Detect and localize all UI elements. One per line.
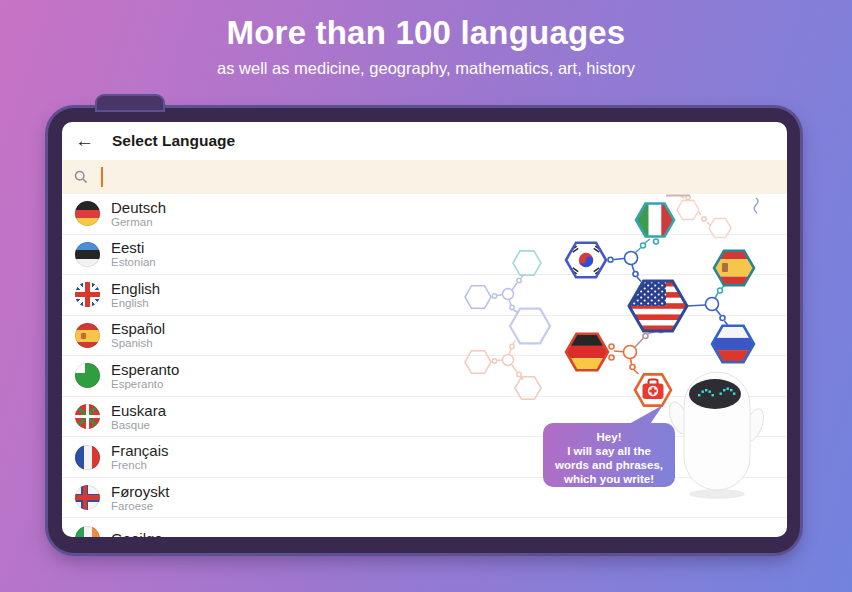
hero-banner: More than 100 languages as well as medic… [0, 14, 852, 78]
page-title: Select Language [112, 132, 235, 150]
language-list-item[interactable]: FøroysktFaroese [62, 478, 787, 519]
speech-line: Hey! [543, 430, 675, 444]
language-subtitle: Faroese [111, 500, 169, 513]
search-input[interactable] [62, 160, 787, 194]
speech-line: I will say all the [543, 444, 675, 458]
app-screen: ← Select Language DeutschGerman EestiEst… [62, 122, 787, 537]
speech-line: words and phrases, [543, 458, 675, 472]
language-name: Føroyskt [111, 483, 169, 500]
language-name: Euskara [111, 402, 166, 419]
language-name: Español [111, 320, 165, 337]
language-subtitle: Esperanto [111, 378, 179, 391]
language-list-item[interactable]: EsperantoEsperanto [62, 356, 787, 397]
tablet-mockup: ← Select Language DeutschGerman EestiEst… [48, 108, 800, 553]
search-icon [74, 170, 88, 184]
language-list-item[interactable]: EuskaraBasque [62, 397, 787, 438]
back-arrow-icon[interactable]: ← [75, 130, 99, 152]
language-name: Deutsch [111, 199, 166, 216]
hero-subtitle: as well as medicine, geography, mathemat… [0, 59, 852, 78]
esperanto-flag-icon [75, 363, 100, 388]
language-name: English [111, 280, 160, 297]
language-subtitle: English [111, 297, 160, 310]
hero-title: More than 100 languages [0, 14, 852, 52]
language-subtitle: French [111, 459, 169, 472]
speech-line: which you write! [543, 472, 675, 486]
language-list-item[interactable]: EspañolSpanish [62, 316, 787, 357]
germany-flag-icon [75, 201, 100, 226]
language-list-item[interactable]: FrançaisFrench [62, 437, 787, 478]
language-subtitle: German [111, 216, 166, 229]
language-list-item[interactable]: Gaeilge [62, 518, 787, 537]
spain-flag-icon [75, 323, 100, 348]
robot-speech-bubble: Hey! I will say all the words and phrase… [543, 423, 675, 487]
tablet-camera-notch [97, 96, 163, 110]
language-name: Gaeilge [111, 530, 163, 537]
france-flag-icon [75, 445, 100, 470]
language-subtitle: Basque [111, 419, 166, 432]
ireland-flag-icon [75, 526, 100, 537]
language-name: Eesti [111, 239, 156, 256]
uk-flag-icon [75, 282, 100, 307]
estonia-flag-icon [75, 242, 100, 267]
language-list-item[interactable]: EestiEstonian [62, 235, 787, 276]
app-header: ← Select Language [62, 122, 787, 160]
language-name: Français [111, 442, 169, 459]
text-cursor [101, 167, 103, 187]
language-list: DeutschGerman EestiEstonian EnglishEngli… [62, 194, 787, 537]
language-subtitle: Estonian [111, 256, 156, 269]
language-list-item[interactable]: EnglishEnglish [62, 275, 787, 316]
language-subtitle: Spanish [111, 337, 165, 350]
basque-flag-icon [75, 404, 100, 429]
language-list-item[interactable]: DeutschGerman [62, 194, 787, 235]
faroe-flag-icon [75, 485, 100, 510]
language-name: Esperanto [111, 361, 179, 378]
